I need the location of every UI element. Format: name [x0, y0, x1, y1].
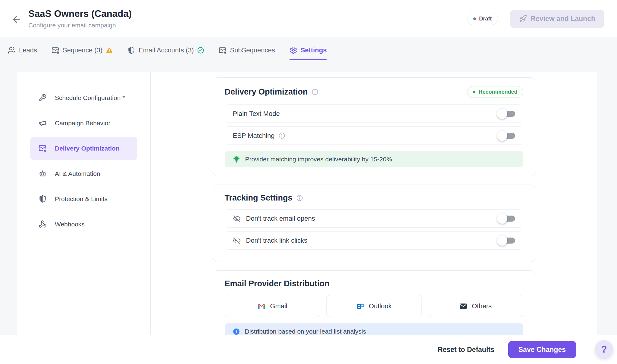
- users-icon: [8, 46, 16, 54]
- status-dot: [473, 17, 476, 20]
- sidebar-item-label: Campaign Behavior: [55, 120, 110, 127]
- sidebar-item-delivery-optimization[interactable]: Delivery Optimization: [30, 137, 137, 160]
- tab-email-accounts[interactable]: Email Accounts (3): [127, 46, 204, 60]
- shield-icon: [39, 195, 47, 203]
- provider-gmail-button[interactable]: Gmail: [225, 295, 320, 317]
- tab-sequence[interactable]: Sequence (3): [52, 46, 113, 60]
- setting-label: ESP Matching: [233, 132, 275, 140]
- tab-label: Email Accounts (3): [139, 46, 194, 54]
- provider-label: Outlook: [369, 302, 392, 310]
- sidebar-item-label: Delivery Optimization: [55, 145, 120, 152]
- tab-label: Leads: [19, 46, 37, 54]
- delivery-optimization-card: Delivery Optimization Recommended Plain …: [213, 77, 535, 176]
- recommended-label: Recommended: [478, 89, 517, 95]
- robot-icon: [39, 170, 47, 178]
- sidebar-item-campaign-behavior[interactable]: Campaign Behavior: [30, 111, 137, 135]
- sidebar-item-label: Schedule Configuration *: [55, 94, 125, 101]
- info-icon[interactable]: [296, 194, 303, 201]
- review-and-launch-button[interactable]: Review and Launch: [510, 10, 604, 28]
- track-opens-row: Don't track email opens: [225, 209, 523, 228]
- rocket-icon: [519, 15, 527, 23]
- tracking-settings-card: Tracking Settings Don't track email open…: [213, 185, 535, 262]
- dont-track-clicks-toggle[interactable]: [497, 235, 515, 246]
- distribution-note-banner: Distribution based on your lead list ana…: [225, 323, 523, 335]
- info-icon[interactable]: [278, 132, 285, 139]
- section-title: Tracking Settings: [225, 193, 293, 203]
- sidebar-item-label: Webhooks: [55, 221, 85, 228]
- eye-off-icon: [233, 215, 241, 222]
- setting-label: Don't track email opens: [246, 215, 315, 222]
- page-subtitle: Configure your email campaign: [28, 22, 132, 29]
- track-clicks-row: Don't track link clicks: [225, 231, 523, 250]
- shield-icon: [127, 46, 135, 54]
- esp-matching-row: ESP Matching: [225, 126, 523, 145]
- tab-label: Settings: [301, 46, 327, 54]
- sidebar-item-label: Protection & Limits: [55, 195, 108, 203]
- review-and-launch-label: Review and Launch: [531, 15, 595, 23]
- save-changes-button[interactable]: Save Changes: [508, 341, 576, 358]
- section-title: Delivery Optimization: [225, 87, 308, 97]
- lightbulb-icon: [233, 155, 240, 163]
- wrench-icon: [39, 94, 47, 102]
- envelope-icon: [459, 302, 468, 310]
- warning-triangle-icon: [106, 47, 113, 54]
- tab-leads[interactable]: Leads: [8, 46, 37, 60]
- mail-cog-icon: [39, 144, 47, 152]
- mail-cog-icon: [219, 46, 227, 54]
- sidebar-item-schedule-configuration[interactable]: Schedule Configuration *: [30, 86, 137, 109]
- tab-label: SubSequences: [230, 46, 275, 54]
- tab-subsequences[interactable]: SubSequences: [219, 46, 275, 60]
- help-button[interactable]: ?: [595, 340, 613, 359]
- mail-cog-icon: [52, 46, 59, 54]
- setting-label: Don't track link clicks: [246, 237, 307, 244]
- recommended-dot: [473, 91, 475, 93]
- delivery-tip-banner: Provider matching improves deliverabilit…: [225, 151, 523, 167]
- footer-bar: Reset to Defaults Save Changes ?: [0, 335, 617, 364]
- status-badge-label: Draft: [479, 16, 492, 22]
- plain-text-mode-row: Plain Text Mode: [225, 104, 523, 123]
- page-title: SaaS Owners (Canada): [28, 8, 132, 19]
- section-title: Email Provider Distribution: [225, 279, 330, 288]
- info-filled-icon: [233, 328, 240, 335]
- reset-to-defaults-button[interactable]: Reset to Defaults: [438, 346, 494, 354]
- setting-label: Plain Text Mode: [233, 110, 280, 118]
- esp-matching-toggle[interactable]: [497, 131, 515, 141]
- settings-panel: Schedule Configuration * Campaign Behavi…: [17, 72, 597, 335]
- link-off-icon: [233, 237, 241, 244]
- campaign-tabs: Leads Sequence (3) Email Accounts (3) Su…: [0, 37, 617, 72]
- recommended-badge: Recommended: [467, 86, 523, 98]
- provider-label: Gmail: [270, 302, 287, 310]
- sidebar-item-protection-limits[interactable]: Protection & Limits: [30, 187, 137, 210]
- provider-others-button[interactable]: Others: [428, 295, 523, 317]
- check-circle-icon: [197, 47, 204, 54]
- outlook-icon: [356, 302, 365, 310]
- dont-track-opens-toggle[interactable]: [497, 213, 515, 224]
- email-provider-distribution-card: Email Provider Distribution Gmail Outloo…: [213, 270, 535, 335]
- back-arrow-icon[interactable]: [11, 14, 22, 24]
- plain-text-mode-toggle[interactable]: [497, 109, 515, 119]
- settings-sidebar: Schedule Configuration * Campaign Behavi…: [17, 72, 151, 335]
- gear-icon: [290, 46, 297, 54]
- sidebar-item-ai-automation[interactable]: AI & Automation: [30, 162, 137, 185]
- distribution-note-text: Distribution based on your lead list ana…: [245, 328, 366, 335]
- gmail-icon: [257, 302, 266, 310]
- page-header: SaaS Owners (Canada) Configure your emai…: [0, 0, 617, 37]
- sidebar-item-webhooks[interactable]: Webhooks: [30, 213, 137, 236]
- tab-label: Sequence (3): [63, 46, 102, 54]
- provider-outlook-button[interactable]: Outlook: [326, 295, 422, 317]
- sidebar-item-label: AI & Automation: [55, 170, 100, 177]
- webhook-icon: [39, 220, 47, 228]
- info-icon[interactable]: [312, 89, 318, 95]
- megaphone-icon: [39, 119, 47, 127]
- tab-settings[interactable]: Settings: [290, 46, 327, 60]
- provider-label: Others: [472, 302, 492, 310]
- delivery-tip-text: Provider matching improves deliverabilit…: [245, 156, 392, 163]
- status-badge: Draft: [467, 13, 498, 25]
- settings-content: Delivery Optimization Recommended Plain …: [151, 72, 597, 335]
